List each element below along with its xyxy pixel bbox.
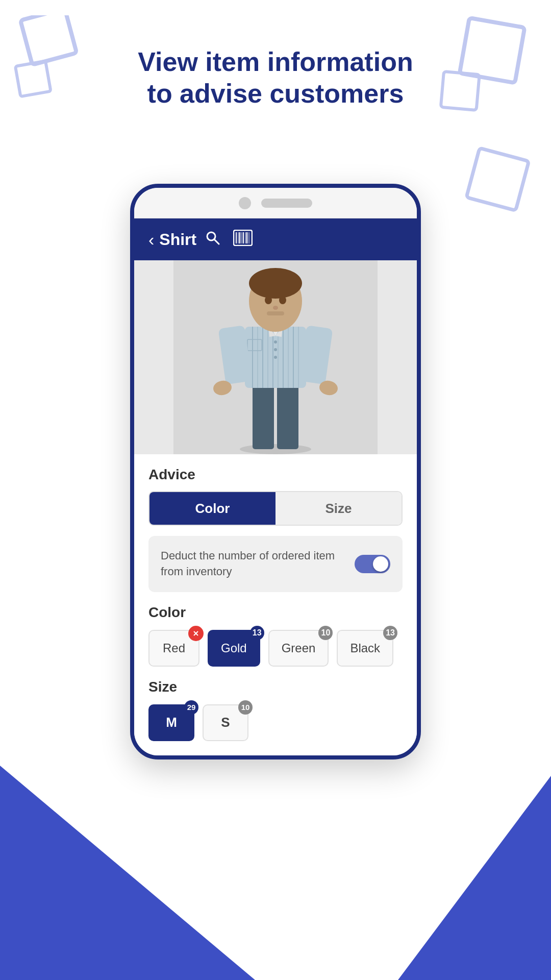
svg-point-47 xyxy=(279,296,286,304)
size-s-badge: 10 xyxy=(238,700,253,715)
app-header-title: Shirt xyxy=(159,230,196,249)
svg-point-48 xyxy=(273,306,278,310)
size-section-label: Size xyxy=(148,679,403,695)
color-chip-black[interactable]: Black 13 xyxy=(337,630,393,667)
svg-point-17 xyxy=(240,444,311,454)
deco-triangle-mid-right xyxy=(464,138,546,230)
color-black-label: Black xyxy=(350,641,380,655)
page-title-line1: View item information xyxy=(0,46,551,78)
size-s-label: S xyxy=(221,715,230,730)
bg-blue-shape-right xyxy=(398,776,551,980)
svg-rect-19 xyxy=(277,383,298,449)
color-black-badge: 13 xyxy=(383,626,397,640)
advice-label: Advice xyxy=(148,467,403,483)
color-green-badge: 10 xyxy=(318,626,333,640)
phone-frame: ‹ Shirt xyxy=(130,184,421,760)
color-tab[interactable]: Color xyxy=(149,492,276,525)
svg-rect-49 xyxy=(267,311,284,315)
color-red-label: Red xyxy=(163,641,185,655)
size-tab[interactable]: Size xyxy=(276,492,402,525)
svg-point-35 xyxy=(274,340,277,344)
inventory-text: Deduct the number of ordered item from i… xyxy=(161,548,344,580)
size-m-badge: 29 xyxy=(184,700,198,715)
size-m-label: M xyxy=(166,715,177,730)
size-grid: M 29 S 10 xyxy=(148,704,403,741)
color-green-label: Green xyxy=(282,641,316,655)
inventory-toggle[interactable] xyxy=(355,555,390,573)
color-chip-red[interactable]: Red xyxy=(148,630,199,667)
color-gold-label: Gold xyxy=(221,641,247,655)
svg-point-37 xyxy=(274,356,277,359)
back-button[interactable]: ‹ Shirt xyxy=(148,230,196,250)
phone-speaker xyxy=(261,199,312,208)
color-chip-gold[interactable]: Gold 13 xyxy=(208,630,260,667)
phone-notch xyxy=(134,188,417,218)
svg-rect-4 xyxy=(466,148,529,210)
size-chip-m[interactable]: M 29 xyxy=(148,704,194,741)
svg-point-46 xyxy=(265,296,272,304)
toggle-knob xyxy=(373,556,388,572)
search-icon[interactable] xyxy=(205,230,221,250)
phone-mockup: ‹ Shirt xyxy=(130,184,421,760)
color-red-badge xyxy=(188,626,204,641)
size-chip-s[interactable]: S 10 xyxy=(203,704,248,741)
product-image-area xyxy=(134,260,417,454)
svg-line-6 xyxy=(214,239,219,244)
app-header: ‹ Shirt xyxy=(134,218,417,260)
phone-side-button xyxy=(418,270,421,305)
page-title-line2: to advise customers xyxy=(0,78,551,109)
phone-camera xyxy=(239,197,251,209)
app-scroll-content: Advice Color Size Deduct the number of o… xyxy=(134,467,417,755)
inventory-row: Deduct the number of ordered item from i… xyxy=(148,536,403,592)
header-icons xyxy=(205,230,253,250)
barcode-icon[interactable] xyxy=(233,230,253,250)
product-image xyxy=(173,260,378,454)
color-section-label: Color xyxy=(148,604,403,621)
svg-rect-18 xyxy=(253,383,274,449)
svg-point-45 xyxy=(249,268,302,299)
color-grid: Red Gold 13 Green xyxy=(148,630,403,667)
color-size-toggle: Color Size xyxy=(148,491,403,526)
svg-point-36 xyxy=(274,348,277,351)
page-header: View item information to advise customer… xyxy=(0,46,551,110)
color-chip-green[interactable]: Green 10 xyxy=(268,630,329,667)
color-gold-badge: 13 xyxy=(250,626,264,640)
